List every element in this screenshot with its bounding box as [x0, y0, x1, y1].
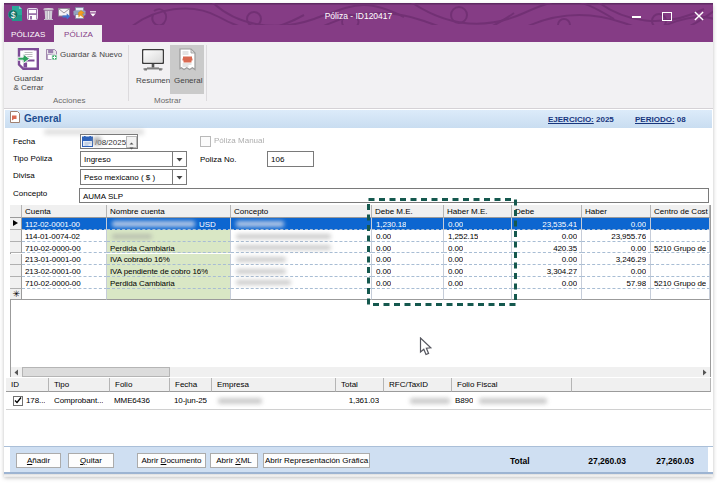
svg-text:$: $ [11, 10, 16, 20]
